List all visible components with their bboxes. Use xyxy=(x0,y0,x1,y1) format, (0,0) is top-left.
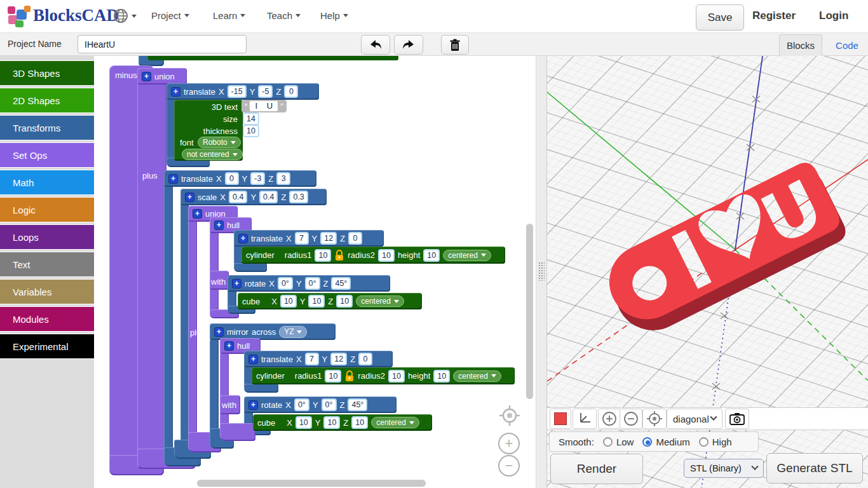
centering-dropdown[interactable]: centered xyxy=(453,370,501,382)
mutator-plus-icon[interactable]: + xyxy=(248,355,258,364)
block-union-1[interactable]: + union xyxy=(137,68,187,85)
mutator-plus-icon[interactable]: + xyxy=(248,400,258,410)
mutator-plus-icon[interactable]: + xyxy=(193,209,202,219)
workspace-horizontal-scrollbar[interactable] xyxy=(197,480,426,487)
mutator-plus-icon[interactable]: + xyxy=(214,327,224,337)
category-variables[interactable]: Variables xyxy=(0,279,94,304)
block-translate-4-bottom[interactable] xyxy=(244,384,278,393)
block-translate-2-spine[interactable] xyxy=(164,184,173,459)
category-modules[interactable]: Modules xyxy=(0,306,94,332)
block-translate-3[interactable]: + translate X 7 Y 12 Z 0 xyxy=(234,230,384,247)
value-field[interactable]: 10 xyxy=(433,370,450,383)
lock-icon[interactable] xyxy=(344,370,355,382)
language-globe-button[interactable] xyxy=(113,8,137,24)
mutator-plus-icon[interactable]: + xyxy=(238,234,248,243)
mutator-plus-icon[interactable]: + xyxy=(224,341,234,351)
register-link[interactable]: Register xyxy=(752,10,796,22)
centering-dropdown[interactable]: not centered xyxy=(182,149,243,160)
value-field[interactable]: 0.3 xyxy=(289,191,308,203)
value-field[interactable]: 0 xyxy=(348,232,362,245)
value-field[interactable]: 0° xyxy=(305,277,320,290)
thickness-field[interactable]: 10 xyxy=(243,125,259,137)
font-dropdown[interactable]: Roboto xyxy=(198,137,241,148)
value-field[interactable]: 12 xyxy=(320,232,337,245)
category-2d-shapes[interactable]: 2D Shapes xyxy=(0,88,94,113)
mutator-plus-icon[interactable]: + xyxy=(168,174,178,184)
value-field[interactable]: 10 xyxy=(378,249,395,262)
block-cube-2[interactable]: cube X 10 Y 10 Z 10 centered xyxy=(253,414,432,431)
category-text[interactable]: Text xyxy=(0,252,94,277)
block-cylinder-1[interactable]: cylinder radius1 10 radius2 10 height 10… xyxy=(241,247,505,264)
value-field[interactable]: 12 xyxy=(330,353,347,365)
viewport-zoom-out-button[interactable] xyxy=(620,409,642,429)
centering-dropdown[interactable]: centered xyxy=(443,250,491,261)
block-union-1-spine[interactable] xyxy=(137,68,166,469)
mutator-plus-icon[interactable]: + xyxy=(142,72,151,81)
value-field[interactable]: 10 xyxy=(388,370,405,383)
block-cylinder-2[interactable]: cylinder radius1 10 radius2 10 height 10… xyxy=(252,367,515,384)
mutator-plus-icon[interactable]: + xyxy=(185,193,194,202)
value-field[interactable]: 45° xyxy=(348,398,367,411)
smooth-option-high[interactable]: High xyxy=(699,437,732,447)
value-field[interactable]: 45° xyxy=(331,277,351,290)
save-button[interactable]: Save xyxy=(696,4,744,30)
value-field[interactable]: 0 xyxy=(358,353,372,365)
value-field[interactable]: 0.4 xyxy=(229,191,247,203)
mutator-plus-icon[interactable]: + xyxy=(232,279,241,288)
workspace-vertical-scrollbar[interactable] xyxy=(526,224,533,399)
block-translate-3-bottom[interactable] xyxy=(234,263,267,272)
block-translate-4[interactable]: + translate X 7 Y 12 Z 0 xyxy=(244,351,393,367)
centering-dropdown[interactable]: centered xyxy=(356,295,404,307)
redo-button[interactable] xyxy=(394,35,423,55)
value-field[interactable]: -5 xyxy=(258,85,273,98)
value-field[interactable]: 0° xyxy=(322,398,337,411)
menu-teach[interactable]: Teach xyxy=(267,10,301,21)
category-transforms[interactable]: Transforms xyxy=(0,115,94,140)
centering-dropdown[interactable]: centered xyxy=(371,417,419,428)
block-hull-2-spine[interactable] xyxy=(220,353,229,430)
value-field[interactable]: 10 xyxy=(308,295,325,308)
menu-help[interactable]: Help xyxy=(320,10,348,21)
text-value-field[interactable]: “I U” xyxy=(241,100,287,112)
render-button[interactable]: Render xyxy=(550,454,643,484)
value-field[interactable]: 10 xyxy=(423,249,440,262)
workspace-zoom-reset-button[interactable] xyxy=(498,404,521,427)
value-field[interactable]: -3 xyxy=(250,172,265,185)
panel-resize-divider[interactable] xyxy=(536,56,547,488)
mirror-plane-dropdown[interactable]: YZ xyxy=(279,326,306,338)
camera-view-dropdown[interactable]: diagonal xyxy=(667,409,722,429)
category-math[interactable]: Math xyxy=(0,170,94,195)
category-experimental[interactable]: Experimental xyxy=(0,334,94,359)
block-mirror-spine[interactable] xyxy=(210,339,219,435)
block-hull-2-bottom[interactable] xyxy=(220,423,255,441)
tab-code[interactable]: Code xyxy=(829,34,865,56)
project-name-input[interactable] xyxy=(78,35,247,53)
mutator-plus-icon[interactable]: + xyxy=(214,220,224,230)
value-field[interactable]: 0 xyxy=(284,85,298,98)
login-link[interactable]: Login xyxy=(819,10,848,22)
value-field[interactable]: 0° xyxy=(278,277,293,290)
axis-view-toggle-button[interactable] xyxy=(573,409,597,429)
value-field[interactable]: 10 xyxy=(336,295,353,308)
menu-learn[interactable]: Learn xyxy=(213,10,245,21)
generate-stl-button[interactable]: Generate STL xyxy=(766,453,863,484)
block-translate-1[interactable]: + translate X -15 Y -5 Z 0 xyxy=(166,83,319,100)
value-field[interactable]: 10 xyxy=(280,295,297,308)
category-set-ops[interactable]: Set Ops xyxy=(0,142,94,168)
value-field[interactable]: 0 xyxy=(225,172,239,185)
delete-all-button[interactable] xyxy=(441,35,469,55)
smooth-option-medium[interactable]: Medium xyxy=(642,437,689,447)
viewport-center-view-button[interactable] xyxy=(642,409,667,429)
mutator-plus-icon[interactable]: + xyxy=(171,87,180,97)
value-field[interactable]: 0° xyxy=(294,398,309,411)
value-field[interactable]: 3 xyxy=(276,172,290,185)
stl-format-select[interactable]: STL (Binary) xyxy=(684,459,764,478)
value-field[interactable]: 10 xyxy=(315,249,331,262)
smooth-option-low[interactable]: Low xyxy=(603,437,634,447)
value-field[interactable]: 10 xyxy=(325,370,341,383)
block-rotate-2[interactable]: + rotate X 0° Y 0° Z 45° xyxy=(244,396,397,413)
value-field[interactable]: 7 xyxy=(305,353,319,365)
value-field[interactable]: 0.4 xyxy=(259,191,278,203)
value-field[interactable]: -15 xyxy=(227,85,247,98)
viewport-zoom-in-button[interactable] xyxy=(598,409,621,429)
